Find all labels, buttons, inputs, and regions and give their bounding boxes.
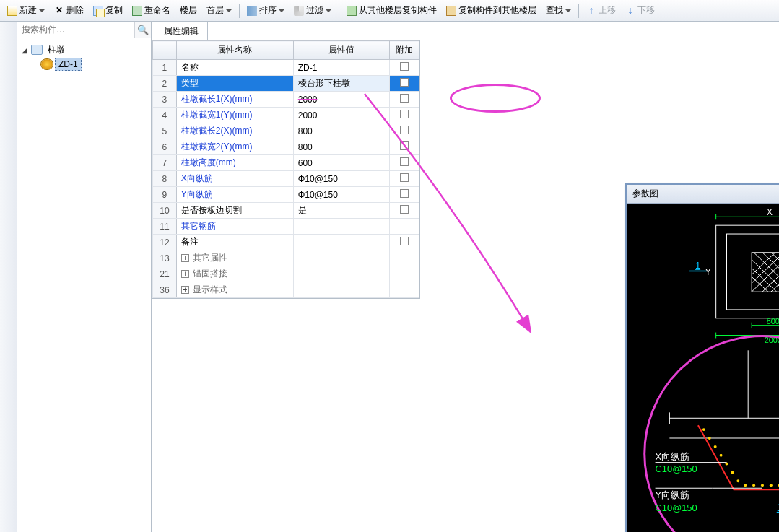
prop-name[interactable]: 其它钢筋 <box>176 219 293 235</box>
prop-name[interactable]: 是否按板边切割 <box>176 203 293 219</box>
table-row[interactable]: 6柱墩截宽2(Y)(mm)800 <box>153 139 419 155</box>
checkbox-icon[interactable] <box>400 126 409 134</box>
prop-name[interactable]: 柱墩截长2(X)(mm) <box>176 123 293 139</box>
prop-extra[interactable] <box>389 60 419 76</box>
checkbox-icon[interactable] <box>400 62 409 71</box>
diagram-title: 参数图 <box>627 185 779 204</box>
prop-extra[interactable] <box>389 266 419 282</box>
c10-label-b: C10@150 <box>656 502 697 513</box>
prop-extra[interactable] <box>389 155 419 171</box>
table-row[interactable]: 36+显示样式 <box>153 282 419 298</box>
search-input[interactable] <box>17 22 134 38</box>
prop-value[interactable] <box>293 282 389 298</box>
find-button[interactable]: 查找 <box>541 3 575 18</box>
prop-value[interactable]: 600 <box>293 155 389 171</box>
checkbox-icon[interactable] <box>400 94 409 103</box>
table-row[interactable]: 10是否按板边切割是 <box>153 203 419 219</box>
prop-extra[interactable] <box>389 76 419 92</box>
prop-value[interactable] <box>293 250 389 266</box>
header-value[interactable]: 属性值 <box>293 41 389 60</box>
prop-value[interactable]: 是 <box>293 203 389 219</box>
header-extra[interactable]: 附加 <box>389 41 419 60</box>
prop-value[interactable] <box>293 266 389 282</box>
prop-name[interactable]: 柱墩截宽1(Y)(mm) <box>176 108 293 123</box>
table-row[interactable]: 1名称ZD-1 <box>153 60 419 76</box>
copy-to-button[interactable]: 复制构件到其他楼层 <box>442 3 541 18</box>
prop-name[interactable]: X向纵筋 <box>176 171 293 187</box>
find-label: 查找 <box>546 4 563 17</box>
filter-button[interactable]: 过滤 <box>290 3 336 18</box>
checkbox-icon[interactable] <box>400 78 409 87</box>
prop-value[interactable]: ZD-1 <box>293 60 389 76</box>
dim-x: X <box>767 207 773 217</box>
prop-name[interactable]: 柱墩截宽2(Y)(mm) <box>176 139 293 155</box>
table-row[interactable]: 13+其它属性 <box>153 250 419 266</box>
table-row[interactable]: 11其它钢筋 <box>153 219 419 235</box>
move-down-button[interactable]: ↓下移 <box>621 3 659 18</box>
table-row[interactable]: 21+锚固搭接 <box>153 266 419 282</box>
prop-name[interactable]: 柱墩截长1(X)(mm) <box>176 92 293 108</box>
checkbox-icon[interactable] <box>400 141 409 150</box>
prop-name[interactable]: +显示样式 <box>176 282 293 298</box>
checkbox-icon[interactable] <box>400 205 409 214</box>
prop-value[interactable]: 棱台形下柱墩 <box>293 76 389 92</box>
prop-extra[interactable] <box>389 139 419 155</box>
copy-button[interactable]: 复制 <box>89 3 127 18</box>
table-row[interactable]: 12备注 <box>153 235 419 250</box>
prop-value[interactable]: 800 <box>293 139 389 155</box>
prop-extra[interactable] <box>389 250 419 266</box>
rename-button[interactable]: 重命名 <box>128 3 175 18</box>
search-button[interactable]: 🔍 <box>134 22 151 38</box>
move-up-button[interactable]: ↑上移 <box>582 3 620 18</box>
prop-name[interactable]: 备注 <box>176 235 293 250</box>
checkbox-icon[interactable] <box>400 110 409 118</box>
prop-value[interactable] <box>293 235 389 250</box>
prop-value[interactable]: 2000 <box>293 92 389 108</box>
prop-extra[interactable] <box>389 235 419 250</box>
collapse-icon[interactable]: ◢ <box>20 46 29 54</box>
prop-extra[interactable] <box>389 108 419 123</box>
prop-name[interactable]: Y向纵筋 <box>176 187 293 203</box>
prop-name[interactable]: 柱墩高度(mm) <box>176 155 293 171</box>
prop-extra[interactable] <box>389 92 419 108</box>
table-row[interactable]: 9Y向纵筋Φ10@150 <box>153 187 419 203</box>
new-button[interactable]: 新建 <box>3 3 49 18</box>
prop-extra[interactable] <box>389 203 419 219</box>
table-row[interactable]: 2类型棱台形下柱墩 <box>153 76 419 92</box>
prop-value[interactable]: Φ10@150 <box>293 187 389 203</box>
svg-point-48 <box>752 484 755 487</box>
table-row[interactable]: 7柱墩高度(mm)600 <box>153 155 419 171</box>
prop-extra[interactable] <box>389 187 419 203</box>
prop-value[interactable]: Φ10@150 <box>293 171 389 187</box>
prop-name[interactable]: 名称 <box>176 60 293 76</box>
prop-name[interactable]: +其它属性 <box>176 250 293 266</box>
expand-icon[interactable]: + <box>181 286 189 294</box>
floor-select[interactable]: 首层 <box>202 3 236 18</box>
delete-button[interactable]: ✕删除 <box>50 3 88 18</box>
prop-extra[interactable] <box>389 123 419 139</box>
sort-button[interactable]: 排序 <box>243 3 289 18</box>
tree-node[interactable]: ZD-1 <box>20 57 148 71</box>
checkbox-icon[interactable] <box>400 173 409 182</box>
prop-name[interactable]: 类型 <box>176 76 293 92</box>
prop-name[interactable]: +锚固搭接 <box>176 266 293 282</box>
prop-extra[interactable] <box>389 282 419 298</box>
checkbox-icon[interactable] <box>400 237 409 245</box>
header-name[interactable]: 属性名称 <box>176 41 293 60</box>
prop-extra[interactable] <box>389 219 419 235</box>
table-row[interactable]: 4柱墩截宽1(Y)(mm)2000 <box>153 108 419 123</box>
table-row[interactable]: 5柱墩截长2(X)(mm)800 <box>153 123 419 139</box>
expand-icon[interactable]: + <box>181 270 189 278</box>
checkbox-icon[interactable] <box>400 157 409 166</box>
copy-from-button[interactable]: 从其他楼层复制构件 <box>342 3 441 18</box>
checkbox-icon[interactable] <box>400 189 409 198</box>
prop-value[interactable] <box>293 219 389 235</box>
expand-icon[interactable]: + <box>181 254 189 262</box>
table-row[interactable]: 8X向纵筋Φ10@150 <box>153 171 419 187</box>
prop-value[interactable]: 800 <box>293 123 389 139</box>
tree-root[interactable]: ◢ 柱墩 <box>20 43 148 57</box>
table-row[interactable]: 3柱墩截长1(X)(mm)2000 <box>153 92 419 108</box>
prop-value[interactable]: 2000 <box>293 108 389 123</box>
tab-property-edit[interactable]: 属性编辑 <box>155 22 208 40</box>
prop-extra[interactable] <box>389 171 419 187</box>
